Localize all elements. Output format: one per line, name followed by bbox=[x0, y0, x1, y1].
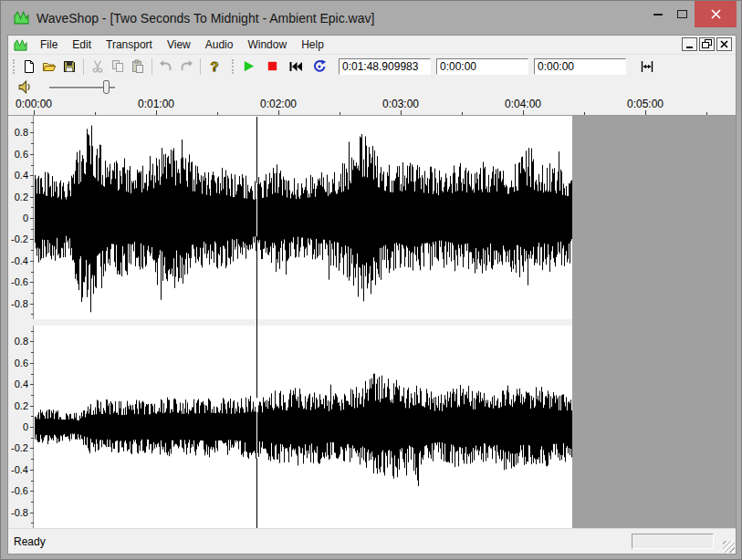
cut-scissors-icon bbox=[90, 59, 105, 74]
amplitude-label: -0.2 bbox=[11, 442, 28, 453]
mdi-restore-icon bbox=[702, 39, 712, 49]
help-question-icon: ? bbox=[207, 59, 222, 74]
amplitude-label: -0.4 bbox=[11, 255, 28, 266]
save-button[interactable] bbox=[59, 57, 79, 77]
app-window: WaveShop - [Two Seconds To Midnight - Am… bbox=[0, 0, 742, 560]
mdi-window-controls bbox=[682, 37, 732, 51]
amplitude-label: 0.8 bbox=[15, 127, 28, 138]
amplitude-label: 0.8 bbox=[15, 336, 28, 347]
amplitude-tick bbox=[30, 341, 34, 342]
amplitude-label: -0.8 bbox=[11, 507, 28, 518]
toolbar-separator bbox=[200, 58, 201, 75]
amplitude-tick bbox=[30, 384, 34, 385]
amplitude-label: -0.2 bbox=[11, 233, 28, 244]
cut-button bbox=[88, 57, 108, 77]
amplitude-tick bbox=[31, 207, 34, 208]
rewind-button[interactable] bbox=[286, 57, 306, 77]
amplitude-tick bbox=[31, 186, 34, 187]
ruler-time-label: 0:02:00 bbox=[260, 98, 297, 110]
amplitude-tick bbox=[30, 491, 34, 492]
status-message: Ready bbox=[14, 535, 46, 548]
toolbar-separator bbox=[152, 58, 152, 75]
menu-item-view[interactable]: View bbox=[160, 36, 198, 53]
mdi-minimize-icon bbox=[686, 47, 693, 48]
close-button[interactable] bbox=[695, 1, 737, 27]
amplitude-tick bbox=[30, 154, 34, 155]
mdi-close-button[interactable] bbox=[716, 37, 732, 51]
menu-item-transport[interactable]: Transport bbox=[99, 36, 160, 53]
title-bar: WaveShop - [Two Seconds To Midnight - Am… bbox=[2, 1, 740, 35]
fit-width-button[interactable] bbox=[637, 57, 657, 77]
amplitude-tick bbox=[30, 406, 34, 407]
amplitude-label: 0.6 bbox=[15, 358, 28, 368]
amplitude-label: 0 bbox=[23, 421, 28, 432]
amplitude-tick bbox=[31, 272, 34, 273]
paste-button bbox=[128, 57, 148, 77]
amplitude-tick bbox=[31, 502, 34, 503]
speaker-icon[interactable] bbox=[17, 79, 33, 95]
loop-button[interactable] bbox=[309, 57, 329, 77]
amplitude-tick bbox=[30, 282, 34, 283]
menu-item-help[interactable]: Help bbox=[294, 36, 331, 53]
amplitude-tick bbox=[31, 352, 34, 353]
ruler-time-label: 0:00:00 bbox=[16, 98, 52, 110]
amplitude-label: 0.4 bbox=[15, 170, 28, 181]
stop-icon bbox=[266, 59, 279, 73]
ruler-time-label: 0:05:00 bbox=[627, 98, 664, 110]
stop-button[interactable] bbox=[262, 57, 282, 77]
selection-start-field[interactable] bbox=[436, 58, 528, 75]
amplitude-tick bbox=[30, 304, 34, 305]
play-button[interactable] bbox=[238, 57, 258, 77]
undo-button bbox=[156, 57, 176, 77]
amplitude-tick bbox=[30, 175, 34, 176]
menu-item-edit[interactable]: Edit bbox=[65, 36, 99, 53]
play-icon bbox=[242, 59, 256, 73]
menu-item-audio[interactable]: Audio bbox=[198, 36, 241, 53]
open-folder-icon bbox=[42, 59, 57, 74]
resize-grip[interactable] bbox=[723, 541, 735, 553]
status-indicator-box bbox=[632, 534, 714, 549]
mdi-restore-button[interactable] bbox=[699, 37, 715, 51]
selection-length-field[interactable] bbox=[534, 58, 626, 75]
menu-item-window[interactable]: Window bbox=[240, 36, 294, 53]
undo-arrow-icon bbox=[159, 59, 173, 74]
close-icon bbox=[711, 9, 721, 19]
minimize-icon bbox=[653, 14, 663, 16]
amplitude-tick bbox=[30, 218, 34, 219]
amplitude-tick bbox=[31, 481, 34, 482]
window-title: WaveShop - [Two Seconds To Midnight - Am… bbox=[37, 11, 374, 26]
title-controls bbox=[645, 1, 737, 27]
client-area: File Edit Transport View Audio Window He… bbox=[8, 36, 736, 554]
playback-cursor bbox=[256, 319, 257, 326]
help-button[interactable]: ? bbox=[204, 57, 225, 77]
fit-width-icon bbox=[640, 59, 654, 74]
amplitude-label: 0.2 bbox=[15, 400, 28, 411]
minimize-button[interactable] bbox=[645, 1, 670, 27]
redo-button bbox=[176, 57, 196, 77]
time-ruler[interactable]: 0:00:000:01:000:02:000:03:000:04:000:05:… bbox=[8, 97, 736, 115]
position-field[interactable] bbox=[339, 58, 431, 75]
open-button[interactable] bbox=[39, 57, 59, 77]
status-bar: Ready bbox=[8, 528, 736, 554]
amplitude-label: 0.6 bbox=[15, 149, 28, 160]
save-floppy-icon bbox=[62, 59, 77, 74]
waveshop-app-icon bbox=[14, 10, 29, 26]
amplitude-label: -0.8 bbox=[11, 298, 28, 309]
mdi-close-icon bbox=[720, 40, 728, 48]
volume-slider-thumb[interactable] bbox=[103, 80, 110, 94]
toolbar-grip[interactable] bbox=[232, 59, 234, 74]
copy-pages-icon bbox=[110, 59, 125, 74]
menu-item-file[interactable]: File bbox=[33, 36, 65, 53]
amplitude-tick bbox=[31, 250, 34, 251]
toolbar-grip[interactable] bbox=[13, 59, 15, 74]
amplitude-tick bbox=[30, 239, 34, 240]
amplitude-tick bbox=[30, 448, 34, 449]
svg-text:?: ? bbox=[210, 59, 218, 74]
new-button[interactable] bbox=[19, 57, 39, 77]
paste-clipboard-icon bbox=[131, 59, 145, 74]
mdi-minimize-button[interactable] bbox=[682, 37, 697, 51]
amplitude-tick bbox=[30, 132, 34, 133]
maximize-button[interactable] bbox=[670, 1, 695, 27]
amplitude-label: 0 bbox=[23, 213, 28, 223]
amplitude-tick bbox=[31, 459, 34, 460]
